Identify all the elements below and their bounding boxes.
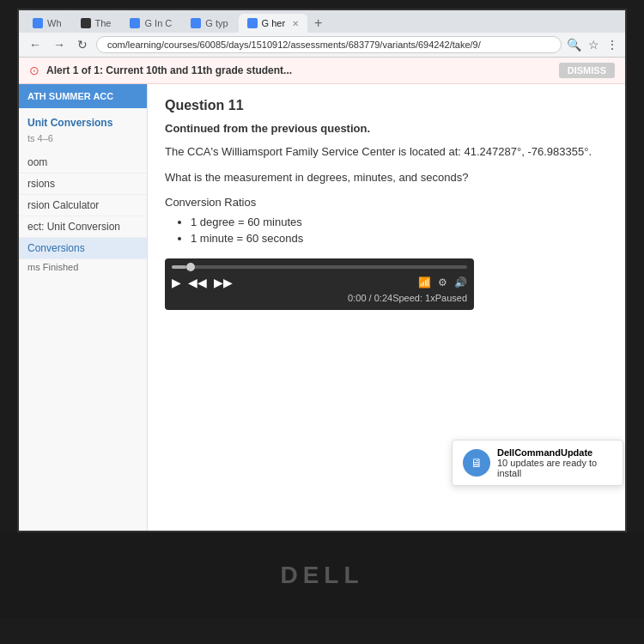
tab-favicon-her xyxy=(247,18,258,28)
screen-area: Wh The G In C G typ G her ✕ xyxy=(17,9,627,532)
bookmark-icon[interactable]: ☆ xyxy=(588,38,599,52)
question-body: The CCA's Williamsport Family Service Ce… xyxy=(165,143,608,161)
dell-logo: DELL xyxy=(280,562,363,589)
dell-area: DELL xyxy=(0,532,644,618)
sidebar-unit-section: Unit Conversions ts 4–6 xyxy=(19,108,147,152)
sidebar-item-ect[interactable]: ect: Unit Conversion xyxy=(19,216,147,238)
sidebar-item-label-rsions: rsions xyxy=(27,178,55,190)
forward-button[interactable]: ▶▶ xyxy=(214,276,233,289)
alert-text: Alert 1 of 1: Current 10th and 11th grad… xyxy=(46,64,292,76)
alert-text-content: Current 10th and 11th grade student... xyxy=(106,64,292,76)
conversion-item-1: 1 minute = 60 seconds xyxy=(191,232,608,245)
notification-icon: 🖥 xyxy=(463,449,490,477)
address-bar-input[interactable] xyxy=(96,36,562,53)
video-time: 0:00 / 0:24 xyxy=(348,293,392,303)
monitor-outer: Wh The G In C G typ G her ✕ xyxy=(0,0,644,644)
alert-icon: ⊙ xyxy=(29,64,39,77)
notification-title: DellCommandUpdate xyxy=(497,447,612,458)
question-title: Question 11 xyxy=(165,98,608,113)
menu-icon[interactable]: ⋮ xyxy=(606,38,618,52)
question-prompt: What is the measurement in degrees, minu… xyxy=(165,171,608,184)
conversion-item-0: 1 degree = 60 minutes xyxy=(191,216,608,228)
tab-wh[interactable]: Wh xyxy=(24,14,70,33)
sidebar-item-label-calculator: rsion Calculator xyxy=(27,199,99,211)
settings-icon[interactable]: ⚙ xyxy=(438,276,447,289)
tab-label-wh: Wh xyxy=(47,18,62,28)
conversion-list: 1 degree = 60 minutes 1 minute = 60 seco… xyxy=(165,216,608,245)
notification-text: DellCommandUpdate 10 updates are ready t… xyxy=(497,447,612,478)
notification-popup: 🖥 DellCommandUpdate 10 updates are ready… xyxy=(452,440,623,486)
tab-label-her: G her xyxy=(262,18,286,28)
dismiss-button[interactable]: DISMISS xyxy=(559,63,615,78)
tab-label-inc: G In C xyxy=(144,18,172,28)
sidebar-item-calculator[interactable]: rsion Calculator xyxy=(19,195,147,216)
back-button[interactable]: ← xyxy=(26,36,45,53)
video-status: Paused xyxy=(435,293,467,303)
volume-icon[interactable]: 🔊 xyxy=(454,276,467,289)
sidebar-item-oom[interactable]: oom xyxy=(19,152,147,173)
toolbar-icons: 🔍 ☆ ⋮ xyxy=(567,38,618,52)
video-right-controls: 📶 ⚙ 🔊 xyxy=(418,276,467,289)
address-bar-row: ← → ↻ 🔍 ☆ ⋮ xyxy=(19,33,625,57)
sidebar-item-rsions[interactable]: rsions xyxy=(19,173,147,195)
sidebar-item-label-finished: ms Finished xyxy=(27,262,78,272)
tab-typ[interactable]: G typ xyxy=(182,14,236,33)
sidebar-unit-title: Unit Conversions xyxy=(19,113,147,132)
video-player[interactable]: ▶ ◀◀ ▶▶ 📶 ⚙ 🔊 0:00 / 0:24 xyxy=(165,258,474,310)
sidebar-item-label-ect: ect: Unit Conversion xyxy=(27,221,120,233)
sidebar-item-label-oom: oom xyxy=(27,156,47,168)
wifi-icon: 📶 xyxy=(418,276,431,289)
add-tab-button[interactable]: + xyxy=(309,14,327,33)
video-speed[interactable]: Speed: 1x xyxy=(392,293,435,303)
sidebar-item-label-conversions: Conversions xyxy=(27,242,85,254)
tab-favicon-the xyxy=(81,18,91,28)
tab-label-typ: G typ xyxy=(205,18,228,28)
reload-button[interactable]: ↻ xyxy=(74,36,91,53)
notification-body: 10 updates are ready to install xyxy=(497,458,612,478)
tab-inc[interactable]: G In C xyxy=(121,14,180,33)
tab-the[interactable]: The xyxy=(72,14,120,33)
tab-favicon-typ xyxy=(191,18,201,28)
video-progress-dot xyxy=(186,263,195,271)
sidebar-item-finished[interactable]: ms Finished xyxy=(19,259,147,275)
video-controls: ▶ ◀◀ ▶▶ 📶 ⚙ 🔊 xyxy=(172,276,467,289)
conversion-ratios-title: Conversion Ratios xyxy=(165,196,608,209)
search-icon[interactable]: 🔍 xyxy=(567,38,581,52)
forward-button[interactable]: → xyxy=(50,36,69,53)
tab-bar: Wh The G In C G typ G her ✕ xyxy=(19,10,625,33)
sidebar-header: ATH SUMMER ACC xyxy=(19,84,147,108)
continued-text: Continued from the previous question. xyxy=(165,122,608,135)
play-button[interactable]: ▶ xyxy=(172,276,181,289)
tab-favicon-inc xyxy=(130,18,140,28)
alert-text-bold: Alert 1 of 1: xyxy=(46,64,103,76)
browser-chrome: Wh The G In C G typ G her ✕ xyxy=(19,10,625,58)
tab-label-the: The xyxy=(95,18,112,28)
tab-favicon-wh xyxy=(33,18,43,28)
video-progress-bar[interactable] xyxy=(172,265,467,269)
tab-her[interactable]: G her ✕ xyxy=(239,14,308,33)
sidebar: ATH SUMMER ACC Unit Conversions ts 4–6 o… xyxy=(19,84,148,532)
sidebar-item-conversions[interactable]: Conversions xyxy=(19,238,147,259)
video-progress-fill xyxy=(172,265,186,269)
tab-close-icon[interactable]: ✕ xyxy=(292,19,299,28)
sidebar-unit-sub: ts 4–6 xyxy=(19,132,147,147)
alert-bar: ⊙ Alert 1 of 1: Current 10th and 11th gr… xyxy=(19,58,625,84)
rewind-button[interactable]: ◀◀ xyxy=(188,276,207,289)
